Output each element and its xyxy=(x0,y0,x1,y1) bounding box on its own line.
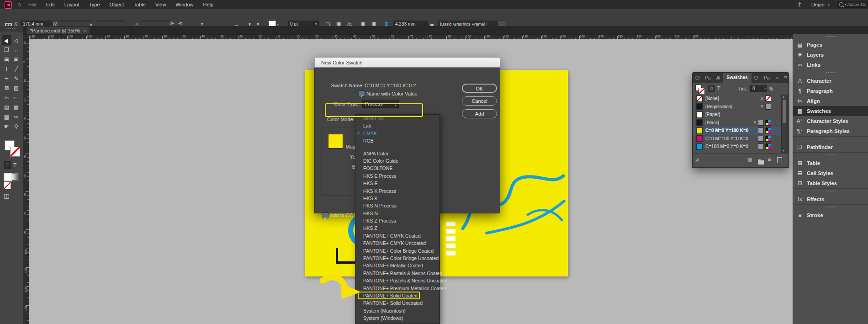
color-mode-option-hks-k-process[interactable]: HKS K Process xyxy=(355,187,439,195)
gradient-swatch-tool[interactable]: ▧ xyxy=(2,102,11,112)
delete-swatch-icon[interactable] xyxy=(777,157,782,163)
color-mode-option-hks-e[interactable]: HKS E xyxy=(355,180,439,187)
swatch-row-black[interactable]: [Black]✕ xyxy=(693,119,781,127)
stock-search-box[interactable]: ▾ Adobe Stoc xyxy=(837,1,868,8)
color-mode-option-lab[interactable]: Lab xyxy=(355,122,439,129)
eyedropper-tool[interactable]: ✑ xyxy=(11,112,21,122)
pen-tool[interactable]: ✒ xyxy=(2,74,11,83)
screen-mode-button[interactable]: ◫ xyxy=(4,192,9,199)
selection-tool[interactable]: ▶ xyxy=(2,35,11,45)
sidebar-item-pathfinder[interactable]: ❒Pathfinder xyxy=(793,142,868,152)
sidebar-item-table-styles[interactable]: ⊡Table Styles xyxy=(793,178,868,188)
user-chevron-icon[interactable]: ▾ xyxy=(828,3,830,7)
panel-stroke-indicator[interactable] xyxy=(699,88,705,94)
panel-tab-swatches[interactable]: Swatches xyxy=(723,73,752,83)
swatch-row-none[interactable]: [None]✕ xyxy=(693,95,781,103)
swatch-row-c-0-m-100-y-0-k-0[interactable]: C=0 M=100 Y=0 K=0 xyxy=(693,135,781,143)
zoom-tool[interactable]: ⚲ xyxy=(11,122,21,131)
apply-color-button[interactable] xyxy=(4,173,12,181)
rectangle-tool[interactable]: ▨ xyxy=(11,83,21,93)
page-tool[interactable]: ❐ xyxy=(2,45,11,54)
panel-overflow-icon[interactable]: » xyxy=(773,75,782,80)
share-icon[interactable]: ↥ xyxy=(797,1,802,8)
menu-type[interactable]: Type xyxy=(89,2,100,7)
tint-chevron-icon[interactable]: › xyxy=(764,86,766,91)
swatch-row-c-0-m-0-y-100-k-0[interactable]: C=0 M=0 Y=100 K=0 xyxy=(693,127,781,135)
color-mode-option-pantone-cmyk-coated[interactable]: PANTONE+ CMYK Coated xyxy=(355,232,439,239)
color-mode-option-system-macintosh[interactable]: System (Macintosh) xyxy=(355,307,439,314)
color-mode-option-hks-n[interactable]: HKS N xyxy=(355,210,439,217)
apply-none-button[interactable] xyxy=(4,182,11,189)
gap-tool[interactable]: ↔ xyxy=(11,45,21,54)
sidebar-item-cell-styles[interactable]: ⊟Cell Styles xyxy=(793,168,868,178)
swatch-row-paper[interactable]: [Paper] xyxy=(693,111,781,119)
sidebar-item-pages[interactable]: ▤Pages xyxy=(793,40,868,50)
direct-selection-tool[interactable]: ▷ xyxy=(11,35,21,45)
sidebar-item-align[interactable]: ⊨Align xyxy=(793,96,868,106)
scale-x-input[interactable]: ▾ xyxy=(97,21,125,21)
name-with-color-value-checkbox[interactable]: ✓ xyxy=(359,90,365,97)
color-mode-option-pantone-pastels-neons-coated[interactable]: PANTONE+ Pastels & Neons Coated xyxy=(355,270,439,277)
color-mode-option-pantone-color-bridge-coated[interactable]: PANTONE+ Color Bridge Coated xyxy=(355,247,439,255)
panel-tab-cl[interactable]: Cl xyxy=(752,75,761,80)
home-icon[interactable]: ⌂ xyxy=(17,1,21,8)
content-collector-tool[interactable]: ▣ xyxy=(2,54,11,64)
color-mode-option-anpa-color[interactable]: ANPA Color xyxy=(355,150,439,157)
apply-gradient-button[interactable] xyxy=(12,173,19,181)
w-input[interactable] xyxy=(59,21,91,21)
sidebar-item-paragraph[interactable]: ¶Paragraph xyxy=(793,86,868,96)
color-mode-option-system-windows[interactable]: System (Windows) xyxy=(355,314,439,322)
color-mode-option-hks-n-process[interactable]: HKS N Process xyxy=(355,202,439,209)
document-tab-close-icon[interactable]: × xyxy=(83,28,86,33)
color-mode-option-pantone-color-bridge-uncoated[interactable]: PANTONE+ Color Bridge Uncoated xyxy=(355,255,439,262)
color-mode-option-rgb[interactable]: RGB xyxy=(355,137,439,144)
add-to-cc-checkbox[interactable]: ✓ xyxy=(323,212,328,218)
scissors-tool[interactable]: ✂ xyxy=(2,93,11,102)
panel-tab-pa[interactable]: Pa xyxy=(702,75,713,80)
tool-stroke-indicator[interactable] xyxy=(10,147,20,157)
menu-view[interactable]: View xyxy=(155,2,166,7)
dock-handle[interactable] xyxy=(793,34,868,40)
hand-tool[interactable]: ☛ xyxy=(2,122,11,131)
color-mode-option-hks-e-process[interactable]: HKS E Process xyxy=(355,172,439,180)
add-button[interactable]: Add xyxy=(462,109,497,118)
sidebar-item-paragraph-styles[interactable]: ¶⁺Paragraph Styles xyxy=(793,126,868,136)
panel-menu-icon[interactable]: ≡ xyxy=(781,74,790,81)
ok-button[interactable]: OK xyxy=(462,84,497,93)
document-tab[interactable]: *Pantone.indd @ 150% × xyxy=(26,26,90,35)
color-mode-option-pantone-metallic-coated[interactable]: PANTONE+ Metallic Coated xyxy=(355,262,439,269)
menu-window[interactable]: Window xyxy=(175,2,193,7)
new-swatch-icon[interactable]: ⊞ xyxy=(767,156,772,162)
formatting-text-button[interactable]: T xyxy=(13,162,16,169)
sidebar-item-effects[interactable]: fxEffects xyxy=(793,194,868,204)
tools-panel-handle[interactable] xyxy=(0,26,23,32)
menu-layout[interactable]: Layout xyxy=(64,2,79,7)
pencil-tool[interactable]: ✎ xyxy=(11,74,21,83)
panel-formatting-container-icon[interactable]: □ xyxy=(708,85,715,92)
note-tool[interactable]: ▤ xyxy=(2,112,11,122)
color-mode-option-hks-k[interactable]: HKS K xyxy=(355,195,439,202)
color-mode-option-pantone-solid-coated[interactable]: PANTONE+ Solid Coated xyxy=(355,292,439,299)
scrollbar-thumb[interactable] xyxy=(783,100,786,123)
menu-edit[interactable]: Edit xyxy=(46,2,55,7)
color-mode-option-pantone-premium-metallics-coated[interactable]: PANTONE+ Premium Metallics Coated xyxy=(355,285,439,292)
type-tool[interactable]: T xyxy=(2,64,11,74)
panel-formatting-text-icon[interactable]: T xyxy=(717,85,720,91)
sidebar-item-swatches[interactable]: ▦Swatches xyxy=(793,106,868,116)
formatting-container-button[interactable]: □ xyxy=(4,161,11,169)
gradient-feather-tool[interactable]: ▩ xyxy=(11,102,21,112)
swatches-scrollbar[interactable]: ▴ ▾ xyxy=(781,95,788,153)
menu-file[interactable]: File xyxy=(28,2,37,7)
rotation-input[interactable]: ▾ xyxy=(142,21,169,21)
panel-tab-cl[interactable]: Cl xyxy=(693,75,702,80)
color-mode-option-pantone-cmyk-uncoated[interactable]: PANTONE+ CMYK Uncoated xyxy=(355,239,439,247)
new-color-group-icon[interactable] xyxy=(758,160,764,165)
swatch-row-c-100-m-0-y-0-k-0[interactable]: C=100 M=0 Y=0 K=0 xyxy=(693,143,781,151)
scroll-down-icon[interactable]: ▾ xyxy=(783,149,784,153)
frame-tool[interactable]: ⊠ xyxy=(2,83,11,93)
color-mode-option-hks-z[interactable]: HKS Z xyxy=(355,224,439,232)
swatch-row-registration[interactable]: [Registration]✕ xyxy=(693,103,781,111)
panel-tab-pai[interactable]: Pai xyxy=(761,75,773,80)
free-transform-tool[interactable]: ▭ xyxy=(11,93,21,102)
menu-table[interactable]: Table xyxy=(133,2,145,7)
